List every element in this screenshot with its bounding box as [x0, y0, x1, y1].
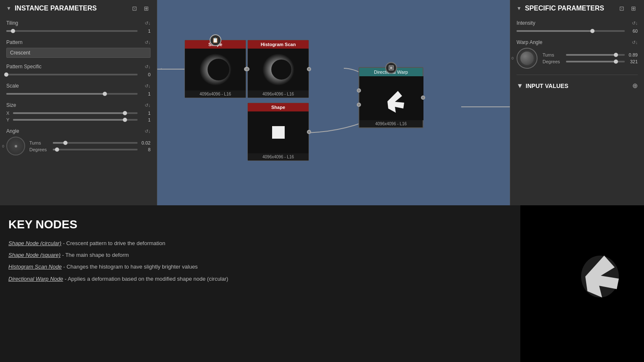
intensity-label: Intensity: [517, 20, 535, 26]
angle-dial[interactable]: 0: [6, 137, 25, 155]
shape-node-circular-link[interactable]: Shape Node (circular): [8, 240, 61, 246]
specific-panel-title: SPECIFIC PARAMETERS: [525, 5, 614, 12]
pattern-label: Pattern: [6, 39, 23, 45]
angle-reset-icon[interactable]: ↺↓: [145, 129, 151, 134]
scale-label: Scale: [6, 83, 19, 89]
directional-warp-node[interactable]: Directional Warp 4096x4096 - L16: [358, 67, 423, 128]
panel-icon-2[interactable]: ⊞: [142, 4, 151, 13]
specific-panel-icon-1[interactable]: ⊡: [618, 4, 626, 13]
pattern-specific-label: Pattern Specific: [6, 64, 42, 70]
connections-svg: [157, 0, 510, 205]
warp-angle-param: Warp Angle ↺↓ 0 Turns: [517, 39, 638, 69]
degrees-slider[interactable]: [53, 149, 138, 150]
svg-point-12: [581, 256, 619, 297]
shape-node-square-header: Shape: [248, 103, 309, 111]
dw-port-right: [421, 96, 425, 100]
pattern-reset-icon[interactable]: ↺↓: [145, 40, 151, 45]
panel-header: ▼ INSTANCE PARAMETERS ⊡ ⊞: [6, 4, 151, 13]
list-item: Shape Node (square) - The main shape to …: [8, 251, 512, 259]
warp-angle-reset-icon[interactable]: ↺↓: [632, 40, 638, 45]
panel-icon-1[interactable]: ⊡: [130, 4, 139, 13]
shape-node-circular[interactable]: Shape 📋: [184, 40, 246, 98]
scale-reset-icon[interactable]: ↺↓: [145, 83, 151, 89]
directional-warp-link[interactable]: Directional Warp Node: [8, 276, 63, 282]
degrees-value: 8: [140, 147, 151, 152]
degrees-label: Degrees: [29, 147, 50, 152]
list-item: Histogram Scan Node - Changes the histog…: [8, 263, 512, 271]
warp-degrees-label: Degrees: [543, 59, 564, 64]
histogram-scan-port-right: [307, 67, 311, 71]
tiling-slider[interactable]: [6, 30, 138, 32]
size-y-slider[interactable]: [13, 119, 138, 121]
specific-panel-header: ▼ SPECIFIC PARAMETERS ⊡ ⊞: [517, 4, 638, 13]
svg-rect-9: [390, 67, 392, 69]
node-graph[interactable]: Shape 📋: [157, 0, 510, 205]
dw-port-left-top: [357, 88, 361, 93]
shape-node-square[interactable]: Shape 4096x4096 - L16: [247, 103, 309, 161]
warp-turns-label: Turns: [543, 52, 564, 57]
pattern-specific-slider[interactable]: [6, 74, 138, 75]
intensity-slider[interactable]: [517, 30, 625, 32]
tiling-value: 1: [140, 28, 151, 34]
shape-node-square-link[interactable]: Shape Node (square): [8, 252, 60, 258]
svg-point-2: [208, 59, 229, 80]
histogram-scan-link[interactable]: Histogram Scan Node: [8, 264, 62, 270]
key-nodes-title: KEY NODES: [8, 218, 512, 231]
list-item: Shape Node (circular) - Crescent pattern…: [8, 240, 512, 247]
histogram-scan-port-left: [245, 67, 249, 71]
size-reset-icon[interactable]: ↺↓: [145, 103, 151, 108]
dw-node-preview: [359, 76, 423, 120]
preview-svg: [520, 205, 644, 362]
instance-parameters-panel: ▼ INSTANCE PARAMETERS ⊡ ⊞ Tiling ↺↓ 1: [0, 0, 157, 205]
tiling-param: Tiling ↺↓ 1: [6, 20, 151, 34]
shape-node-square-label: 4096x4096 - L16: [248, 153, 309, 160]
size-x-slider[interactable]: [13, 112, 138, 114]
shape-node-circular-desc: - Crescent pattern to drive the deformat…: [61, 240, 165, 246]
list-item: Directional Warp Node - Applies a deform…: [8, 275, 512, 283]
scale-value: 1: [140, 91, 151, 96]
collapse-arrow-icon[interactable]: ▼: [6, 5, 11, 11]
warp-angle-dial[interactable]: 0: [517, 48, 538, 69]
input-values-collapse[interactable]: ▼: [517, 82, 523, 90]
preview-image: [520, 205, 644, 362]
intensity-reset-icon[interactable]: ↺↓: [632, 21, 638, 26]
pattern-specific-reset-icon[interactable]: ↺↓: [145, 64, 151, 70]
intensity-param: Intensity ↺↓ 60: [517, 20, 638, 34]
size-param: Size ↺↓ X 1 Y: [6, 102, 151, 122]
turns-slider[interactable]: [53, 142, 138, 144]
size-x-label: X: [6, 111, 10, 116]
warp-degrees-slider[interactable]: [566, 61, 625, 62]
specific-collapse-arrow[interactable]: ▼: [517, 5, 522, 11]
left-arrow-indicator: ←: [159, 65, 166, 72]
histogram-scan-label: 4096x4096 - L16: [248, 90, 309, 98]
dw-port-left-bottom: [357, 103, 361, 107]
angle-label: Angle: [6, 128, 19, 134]
key-nodes-section: KEY NODES Shape Node (circular) - Cresce…: [0, 205, 520, 362]
bottom-section: KEY NODES Shape Node (circular) - Cresce…: [0, 205, 644, 362]
warp-turns-slider[interactable]: [566, 54, 625, 56]
tiling-reset-icon[interactable]: ↺↓: [145, 21, 151, 26]
size-label: Size: [6, 102, 16, 108]
input-values-section: ▼ INPUT VALUES ⊕: [517, 79, 638, 92]
specific-parameters-panel: ▼ SPECIFIC PARAMETERS ⊡ ⊞ Intensity ↺↓ 6…: [510, 0, 644, 205]
shape-node-circular-preview: [185, 49, 246, 90]
angle-zero-label: 0: [2, 144, 4, 148]
warp-angle-label: Warp Angle: [517, 39, 543, 45]
intensity-value: 60: [627, 28, 638, 34]
turns-label: Turns: [29, 140, 50, 145]
tiling-label: Tiling: [6, 20, 18, 26]
histogram-scan-node[interactable]: Histogram Scan 4096x4096 - L1: [247, 40, 309, 98]
warp-turns-value: 0.89: [627, 52, 638, 57]
shape-node-square-desc: - The main shape to deform: [60, 252, 129, 258]
pattern-dropdown[interactable]: Crescent Circle Square: [6, 48, 151, 58]
specific-panel-icon-2[interactable]: ⊞: [629, 4, 638, 13]
shape-node-circular-label: 4096x4096 - L16: [185, 90, 246, 98]
scale-param: Scale ↺↓ 1: [6, 83, 151, 96]
size-y-label: Y: [6, 117, 10, 122]
directional-warp-desc: - Applies a deformation based on the mod…: [63, 276, 229, 282]
preview-panel: [520, 205, 644, 362]
scale-slider[interactable]: [6, 93, 138, 95]
pattern-param: Pattern ↺↓ Crescent Circle Square: [6, 39, 151, 58]
input-values-add-icon[interactable]: ⊕: [632, 82, 638, 90]
panel-title: INSTANCE PARAMETERS: [15, 5, 127, 12]
